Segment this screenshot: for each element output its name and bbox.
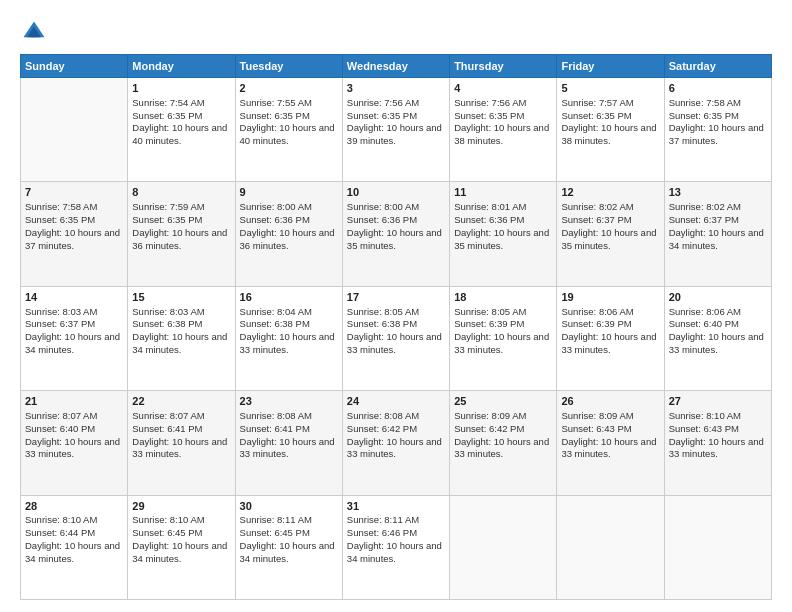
daylight-text: Daylight: 10 hours and 38 minutes. [561, 122, 656, 146]
sunset-text: Sunset: 6:35 PM [561, 110, 631, 121]
week-row-4: 21Sunrise: 8:07 AMSunset: 6:40 PMDayligh… [21, 391, 772, 495]
sunset-text: Sunset: 6:35 PM [25, 214, 95, 225]
sunset-text: Sunset: 6:45 PM [240, 527, 310, 538]
calendar-cell: 7Sunrise: 7:58 AMSunset: 6:35 PMDaylight… [21, 182, 128, 286]
calendar-cell: 6Sunrise: 7:58 AMSunset: 6:35 PMDaylight… [664, 78, 771, 182]
sunrise-text: Sunrise: 8:08 AM [240, 410, 312, 421]
calendar-table: Sunday Monday Tuesday Wednesday Thursday… [20, 54, 772, 600]
sunrise-text: Sunrise: 7:58 AM [25, 201, 97, 212]
calendar-cell: 2Sunrise: 7:55 AMSunset: 6:35 PMDaylight… [235, 78, 342, 182]
sunrise-text: Sunrise: 8:04 AM [240, 306, 312, 317]
day-number: 19 [561, 290, 659, 305]
daylight-text: Daylight: 10 hours and 35 minutes. [347, 227, 442, 251]
sunrise-text: Sunrise: 8:08 AM [347, 410, 419, 421]
sunrise-text: Sunrise: 8:11 AM [240, 514, 312, 525]
sunrise-text: Sunrise: 8:05 AM [347, 306, 419, 317]
sunrise-text: Sunrise: 8:09 AM [561, 410, 633, 421]
daylight-text: Daylight: 10 hours and 33 minutes. [347, 436, 442, 460]
sunset-text: Sunset: 6:35 PM [347, 110, 417, 121]
page: Sunday Monday Tuesday Wednesday Thursday… [0, 0, 792, 612]
sunrise-text: Sunrise: 7:56 AM [347, 97, 419, 108]
calendar-cell: 26Sunrise: 8:09 AMSunset: 6:43 PMDayligh… [557, 391, 664, 495]
day-number: 27 [669, 394, 767, 409]
sunrise-text: Sunrise: 8:06 AM [561, 306, 633, 317]
calendar-cell: 18Sunrise: 8:05 AMSunset: 6:39 PMDayligh… [450, 286, 557, 390]
daylight-text: Daylight: 10 hours and 33 minutes. [132, 436, 227, 460]
sunset-text: Sunset: 6:35 PM [454, 110, 524, 121]
calendar-cell: 8Sunrise: 7:59 AMSunset: 6:35 PMDaylight… [128, 182, 235, 286]
calendar-cell: 24Sunrise: 8:08 AMSunset: 6:42 PMDayligh… [342, 391, 449, 495]
daylight-text: Daylight: 10 hours and 33 minutes. [454, 436, 549, 460]
day-number: 23 [240, 394, 338, 409]
day-number: 26 [561, 394, 659, 409]
sunset-text: Sunset: 6:37 PM [669, 214, 739, 225]
sunrise-text: Sunrise: 8:10 AM [669, 410, 741, 421]
daylight-text: Daylight: 10 hours and 37 minutes. [669, 122, 764, 146]
sunset-text: Sunset: 6:42 PM [454, 423, 524, 434]
day-number: 8 [132, 185, 230, 200]
sunset-text: Sunset: 6:38 PM [347, 318, 417, 329]
calendar-cell: 31Sunrise: 8:11 AMSunset: 6:46 PMDayligh… [342, 495, 449, 599]
sunrise-text: Sunrise: 8:09 AM [454, 410, 526, 421]
calendar-cell: 3Sunrise: 7:56 AMSunset: 6:35 PMDaylight… [342, 78, 449, 182]
sunset-text: Sunset: 6:36 PM [454, 214, 524, 225]
daylight-text: Daylight: 10 hours and 34 minutes. [347, 540, 442, 564]
sunset-text: Sunset: 6:36 PM [240, 214, 310, 225]
col-thursday: Thursday [450, 55, 557, 78]
week-row-2: 7Sunrise: 7:58 AMSunset: 6:35 PMDaylight… [21, 182, 772, 286]
day-number: 21 [25, 394, 123, 409]
daylight-text: Daylight: 10 hours and 34 minutes. [669, 227, 764, 251]
calendar-cell: 17Sunrise: 8:05 AMSunset: 6:38 PMDayligh… [342, 286, 449, 390]
day-number: 4 [454, 81, 552, 96]
daylight-text: Daylight: 10 hours and 38 minutes. [454, 122, 549, 146]
daylight-text: Daylight: 10 hours and 40 minutes. [132, 122, 227, 146]
sunset-text: Sunset: 6:38 PM [240, 318, 310, 329]
calendar-cell: 9Sunrise: 8:00 AMSunset: 6:36 PMDaylight… [235, 182, 342, 286]
sunset-text: Sunset: 6:35 PM [132, 110, 202, 121]
calendar-cell: 14Sunrise: 8:03 AMSunset: 6:37 PMDayligh… [21, 286, 128, 390]
sunset-text: Sunset: 6:43 PM [669, 423, 739, 434]
sunrise-text: Sunrise: 7:56 AM [454, 97, 526, 108]
day-number: 25 [454, 394, 552, 409]
sunrise-text: Sunrise: 7:58 AM [669, 97, 741, 108]
daylight-text: Daylight: 10 hours and 34 minutes. [25, 331, 120, 355]
calendar-cell: 19Sunrise: 8:06 AMSunset: 6:39 PMDayligh… [557, 286, 664, 390]
day-number: 1 [132, 81, 230, 96]
sunrise-text: Sunrise: 8:10 AM [25, 514, 97, 525]
calendar-cell: 22Sunrise: 8:07 AMSunset: 6:41 PMDayligh… [128, 391, 235, 495]
day-number: 9 [240, 185, 338, 200]
sunrise-text: Sunrise: 8:06 AM [669, 306, 741, 317]
calendar-cell: 20Sunrise: 8:06 AMSunset: 6:40 PMDayligh… [664, 286, 771, 390]
sunrise-text: Sunrise: 8:07 AM [132, 410, 204, 421]
sunrise-text: Sunrise: 8:10 AM [132, 514, 204, 525]
svg-rect-2 [31, 34, 36, 38]
sunrise-text: Sunrise: 7:57 AM [561, 97, 633, 108]
calendar-cell: 13Sunrise: 8:02 AMSunset: 6:37 PMDayligh… [664, 182, 771, 286]
daylight-text: Daylight: 10 hours and 34 minutes. [132, 331, 227, 355]
sunset-text: Sunset: 6:41 PM [240, 423, 310, 434]
day-number: 20 [669, 290, 767, 305]
sunset-text: Sunset: 6:40 PM [25, 423, 95, 434]
daylight-text: Daylight: 10 hours and 40 minutes. [240, 122, 335, 146]
day-number: 13 [669, 185, 767, 200]
day-number: 5 [561, 81, 659, 96]
week-row-3: 14Sunrise: 8:03 AMSunset: 6:37 PMDayligh… [21, 286, 772, 390]
sunrise-text: Sunrise: 8:02 AM [669, 201, 741, 212]
header-row: Sunday Monday Tuesday Wednesday Thursday… [21, 55, 772, 78]
sunrise-text: Sunrise: 7:59 AM [132, 201, 204, 212]
day-number: 14 [25, 290, 123, 305]
day-number: 30 [240, 499, 338, 514]
sunset-text: Sunset: 6:39 PM [561, 318, 631, 329]
day-number: 11 [454, 185, 552, 200]
sunrise-text: Sunrise: 8:03 AM [25, 306, 97, 317]
calendar-cell: 21Sunrise: 8:07 AMSunset: 6:40 PMDayligh… [21, 391, 128, 495]
sunset-text: Sunset: 6:40 PM [669, 318, 739, 329]
sunset-text: Sunset: 6:43 PM [561, 423, 631, 434]
day-number: 3 [347, 81, 445, 96]
sunset-text: Sunset: 6:42 PM [347, 423, 417, 434]
day-number: 18 [454, 290, 552, 305]
daylight-text: Daylight: 10 hours and 35 minutes. [561, 227, 656, 251]
day-number: 16 [240, 290, 338, 305]
week-row-5: 28Sunrise: 8:10 AMSunset: 6:44 PMDayligh… [21, 495, 772, 599]
logo [20, 18, 52, 46]
